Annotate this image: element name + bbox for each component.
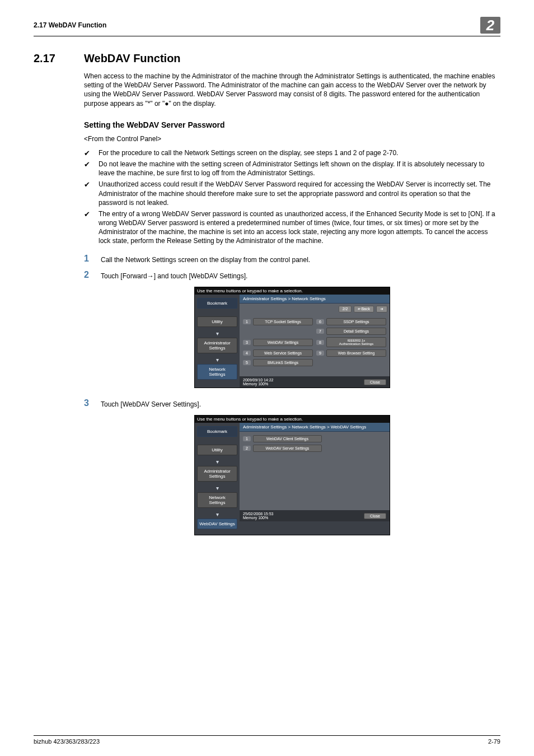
back-button[interactable]: ↞Back [354,306,374,312]
forward-button[interactable]: ➜ [376,306,387,312]
page-indicator: 2/2 [339,306,352,312]
breadcrumb-arrow-icon: ▾ [197,484,237,492]
menu-num: 1 [243,436,251,441]
admin-settings-button[interactable]: Administrator Settings [197,466,237,482]
close-button[interactable]: Close [364,513,386,519]
bullet-item: Unauthorized access could result if the … [84,180,500,207]
utility-button[interactable]: Utility [197,445,237,455]
webdav-client-settings-button[interactable]: WebDAV Client Settings [253,435,322,442]
from-control-panel: <From the Control Panel> [84,135,500,143]
web-service-settings-button[interactable]: Web Service Settings [253,349,313,357]
step-text: Touch [WebDAV Server Settings]. [101,398,201,409]
admin-settings-button[interactable]: Administrator Settings [197,338,237,353]
menu-num: 9 [316,351,324,356]
bookmark-button[interactable]: Bookmark [197,298,237,309]
step-2: 2 Touch [Forward→] and touch [WebDAV Set… [84,270,500,281]
detail-settings-button[interactable]: Detail Settings [326,328,386,335]
network-settings-button[interactable]: Network Settings [197,492,237,508]
webdav-settings-tab[interactable]: WebDAV Settings [197,519,237,529]
screenshot-network-settings: Use the menu buttons or keypad to make a… [194,287,390,388]
shot-instruction: Use the menu buttons or keypad to make a… [195,287,390,295]
network-settings-button[interactable]: Network Settings [197,364,237,380]
section-heading: 2.17WebDAV Function [34,52,500,65]
shot-memory: Memory 100% [243,516,268,520]
menu-num: 8 [316,340,324,345]
shot-datetime: 2009/09/10 14:22 [243,378,274,382]
step-text: Call the Network Settings screen on the … [101,254,310,265]
breadcrumb-arrow-icon: ▾ [197,329,237,338]
web-browser-setting-button[interactable]: Web Browser Setting [326,349,386,357]
screenshot-webdav-settings: Use the menu buttons or keypad to make a… [194,415,390,535]
subheading: Setting the WebDAV Server Password [84,120,500,129]
breadcrumb-arrow-icon: ▾ [197,458,237,466]
shot-instruction: Use the menu buttons or keypad to make a… [195,416,390,423]
footer-page: 2-79 [488,738,500,745]
breadcrumb-arrow-icon: ▾ [197,356,237,364]
breadcrumb: Administrator Settings > Network Setting… [240,295,390,304]
bullet-item: Do not leave the machine with the settin… [84,160,500,178]
footer-model: bizhub 423/363/283/223 [34,738,100,745]
bullet-item: The entry of a wrong WebDAV Server passw… [84,209,500,246]
bullet-item: For the procedure to call the Network Se… [84,148,500,157]
bookmark-button[interactable]: Bookmark [197,426,237,437]
webdav-settings-button[interactable]: WebDAV Settings [253,339,313,346]
step-number: 1 [84,254,101,264]
bmlinks-settings-button[interactable]: BMLinkS Settings [253,359,313,366]
close-button[interactable]: Close [364,379,386,385]
menu-num: 3 [243,340,251,345]
shot-memory: Memory 100% [243,382,268,386]
menu-num: 5 [243,360,251,365]
menu-num: 4 [243,351,251,356]
webdav-server-settings-button[interactable]: WebDAV Server Settings [253,445,322,452]
menu-num: 2 [243,446,251,451]
step-number: 2 [84,270,101,280]
ssdp-settings-button[interactable]: SSDP Settings [326,318,386,325]
step-3: 3 Touch [WebDAV Server Settings]. [84,398,500,409]
menu-num: 6 [316,319,324,324]
utility-button[interactable]: Utility [197,316,237,327]
step-text: Touch [Forward→] and touch [WebDAV Setti… [101,270,247,281]
ieee8021x-auth-button[interactable]: IEEE802.1x Authentication Settings [326,337,386,347]
breadcrumb: Administrator Settings > Network Setting… [240,423,390,432]
section-number: 2.17 [34,52,84,65]
breadcrumb-arrow-icon: ▾ [197,510,237,519]
bullet-list: For the procedure to call the Network Se… [84,148,500,246]
section-title: WebDAV Function [84,52,181,64]
shot-datetime: 25/02/2008 15:53 [243,512,274,516]
menu-num: 1 [243,319,251,324]
tcp-socket-settings-button[interactable]: TCP Socket Settings [253,318,313,325]
intro-paragraph: When access to the machine by the Admini… [84,72,500,108]
chapter-badge: 2 [480,17,500,34]
running-head: 2.17 WebDAV Function [34,21,106,29]
step-number: 3 [84,398,101,408]
menu-num: 7 [316,329,324,334]
step-1: 1 Call the Network Settings screen on th… [84,254,500,265]
